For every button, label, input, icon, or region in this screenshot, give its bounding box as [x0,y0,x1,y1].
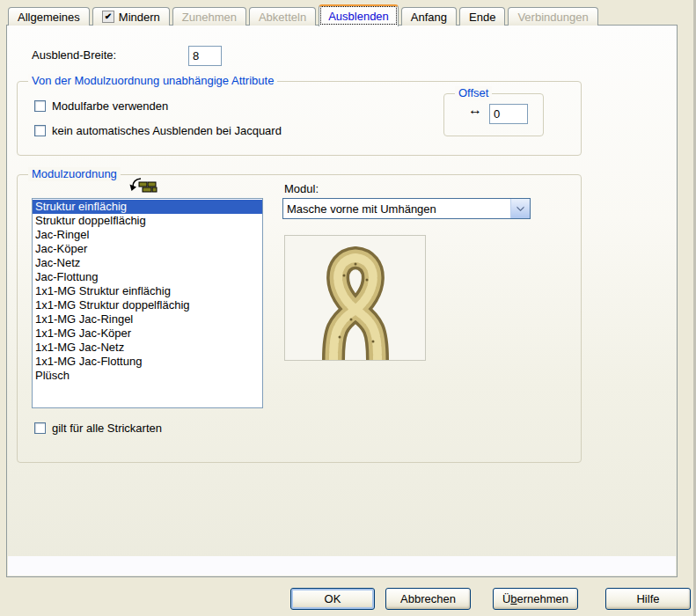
apply-label-part: ernehmen [517,592,569,605]
alle-strickarten-checkbox[interactable] [34,422,46,434]
tab-allgemeines[interactable]: Allgemeines [8,7,90,26]
tab-mindern[interactable]: ✔ Mindern [92,7,170,26]
tab-label: Allgemeines [18,11,80,24]
list-item[interactable]: Plüsch [33,369,262,383]
alle-strickarten-checkbox-row[interactable]: gilt für alle Strickarten [34,422,162,435]
modulfarbe-label: Modulfarbe verwenden [52,99,168,113]
list-item[interactable]: 1x1-MG Jac-Netz [33,341,262,355]
modul-label: Modul: [284,182,319,195]
list-item[interactable]: Jac-Köper [33,242,262,256]
ok-button[interactable]: OK [290,588,375,610]
tab-ende[interactable]: Ende [459,7,505,26]
ausblenden-tab-page: Ausblend-Breite: Von der Modulzuordnung … [6,25,678,577]
apply-label-part: Ü [502,592,510,605]
modulfarbe-checkbox[interactable] [34,100,46,112]
tab-ausblenden[interactable]: Ausblenden [319,4,399,26]
tab-anfang[interactable]: Anfang [401,7,457,26]
tab-label: Abketteln [259,11,306,24]
combobox-dropdown-button[interactable] [510,199,530,218]
list-item[interactable]: 1x1-MG Struktur doppelflächig [33,298,262,312]
ausblend-breite-label: Ausblend-Breite: [32,48,116,62]
kein-ausblenden-checkbox[interactable] [34,125,46,136]
apply-button[interactable]: Übernehmen [493,588,578,610]
alle-strickarten-label: gilt für alle Strickarten [52,422,162,435]
module-assign-icon [128,176,159,197]
ausblend-breite-input[interactable] [188,46,222,66]
tab-abketteln: Abketteln [249,7,316,26]
list-item[interactable]: 1x1-MG Jac-Köper [33,326,262,341]
attributes-groupbox-title: Von der Modulzuordnung unabhängige Attri… [28,74,277,88]
list-item[interactable]: 1x1-MG Jac-Ringel [33,312,262,326]
tab-verbindungen: Verbindungen [508,7,597,26]
tab-label: Mindern [119,11,160,24]
kein-ausblenden-checkbox-row[interactable]: kein automatisches Ausblenden bei Jacqua… [34,124,282,137]
tab-label: Ende [469,11,495,24]
modulzuordnung-groupbox-title: Modulzuordnung [28,167,121,181]
tab-label: Zunehmen [182,11,237,24]
tab-zunehmen: Zunehmen [172,7,246,26]
list-item[interactable]: Struktur doppelflächig [33,214,262,228]
modul-combobox[interactable]: Masche vorne mit Umhängen [282,198,531,219]
tab-strip: Allgemeines ✔ Mindern Zunehmen Abketteln… [8,4,598,26]
stitch-image [289,240,421,360]
chevron-down-icon [517,206,524,211]
page-bottom-strip [8,556,676,576]
offset-groupbox-title: Offset [455,86,492,100]
horizontal-arrow-icon: ↔ [468,103,482,117]
help-button[interactable]: Hilfe [605,588,691,610]
tab-label: Verbindungen [517,11,588,24]
tab-label: Ausblenden [328,10,389,23]
modul-preview-panel [284,235,426,361]
list-item[interactable]: 1x1-MG Struktur einflächig [33,284,262,298]
list-item[interactable]: Struktur einflächig [33,200,262,214]
tab-label: Anfang [411,11,447,24]
mindern-checkbox[interactable]: ✔ [102,11,114,23]
kein-ausblenden-label: kein automatisches Ausblenden bei Jacqua… [52,124,282,137]
list-item[interactable]: 1x1-MG Jac-Flottung [33,355,262,369]
modul-combobox-value: Masche vorne mit Umhängen [283,202,510,216]
offset-input[interactable] [489,104,528,124]
list-item[interactable]: Jac-Flottung [33,270,262,284]
list-item[interactable]: Jac-Netz [33,256,262,270]
apply-mnemonic: b [510,592,517,605]
modulfarbe-checkbox-row[interactable]: Modulfarbe verwenden [34,99,168,113]
list-item[interactable]: Jac-Ringel [33,228,262,242]
modulzuordnung-listbox[interactable]: Struktur einflächig Struktur doppelfläch… [32,198,263,408]
cancel-button[interactable]: Abbrechen [385,588,471,610]
